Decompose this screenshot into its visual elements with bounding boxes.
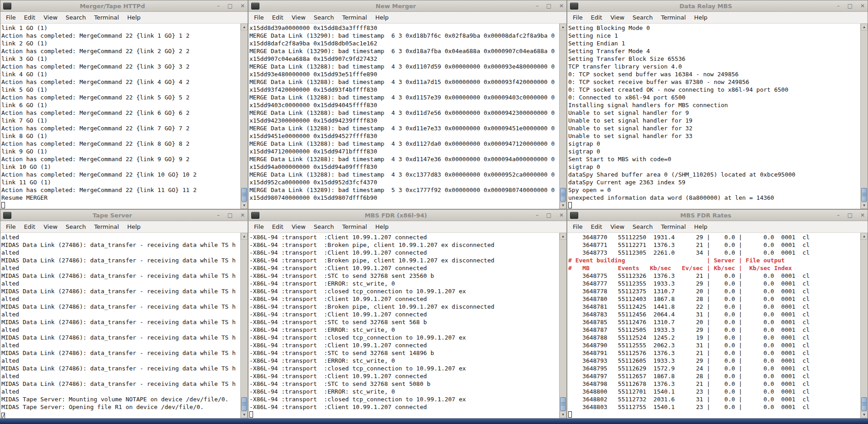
scroll-up-button[interactable]: ▴ (861, 24, 868, 30)
close-button[interactable]: ✕ (559, 3, 564, 9)
scrollbar-track[interactable] (241, 240, 248, 411)
titlebar[interactable]: MBS FDR (x86l-94) –□✕ (249, 210, 566, 221)
menu-edit[interactable]: Edit (20, 12, 39, 23)
menu-search[interactable]: Search (62, 221, 90, 232)
scrollbar-thumb[interactable] (560, 188, 566, 202)
minimize-button[interactable]: – (536, 212, 539, 218)
terminal-output[interactable]: Setting Blocking Mode 0Setting nice 1Set… (567, 24, 860, 209)
scrollbar[interactable]: ▴ ▾ (240, 233, 248, 418)
menu-edit[interactable]: Edit (268, 221, 288, 232)
scrollbar-track[interactable] (861, 240, 868, 411)
scroll-down-button[interactable]: ▾ (241, 411, 248, 418)
scroll-up-button[interactable]: ▴ (861, 233, 868, 240)
menu-terminal[interactable]: Terminal (657, 221, 690, 232)
scroll-down-button[interactable]: ▾ (241, 202, 248, 209)
menu-search[interactable]: Search (310, 221, 338, 232)
menu-file[interactable]: File (250, 12, 268, 23)
minimize-button[interactable]: – (837, 3, 840, 9)
menu-search[interactable]: Search (62, 12, 90, 23)
scroll-up-button[interactable]: ▴ (560, 24, 566, 30)
terminal-output[interactable]: link 1 GO (1)Action has completed: Merge… (0, 24, 240, 209)
scroll-down-button[interactable]: ▾ (560, 202, 566, 209)
minimize-button[interactable]: – (837, 212, 840, 218)
menu-view[interactable]: View (39, 221, 62, 232)
maximize-button[interactable]: □ (848, 212, 853, 218)
scroll-up-button[interactable]: ▴ (560, 233, 566, 240)
scrollbar[interactable]: ▴ ▾ (559, 24, 566, 209)
terminal-line: Action has completed: MergeCommand 22 {l… (1, 63, 240, 70)
maximize-button[interactable]: □ (546, 3, 551, 9)
menu-edit[interactable]: Edit (587, 221, 606, 232)
scrollbar-thumb[interactable] (861, 188, 867, 202)
scrollbar[interactable]: ▴ ▾ (240, 24, 248, 209)
menu-edit[interactable]: Edit (587, 12, 606, 23)
menu-file[interactable]: File (569, 221, 587, 232)
minimize-button[interactable]: – (217, 212, 220, 218)
close-button[interactable]: ✕ (860, 212, 865, 218)
menu-terminal[interactable]: Terminal (90, 221, 123, 232)
menu-help[interactable]: Help (123, 221, 145, 232)
scrollbar-track[interactable] (861, 30, 868, 202)
menu-file[interactable]: File (2, 12, 20, 23)
menu-terminal[interactable]: Terminal (90, 12, 123, 23)
minimize-button[interactable]: – (217, 3, 220, 9)
scrollbar-thumb[interactable] (241, 397, 247, 411)
scroll-up-button[interactable]: ▴ (241, 24, 248, 30)
menu-file[interactable]: File (250, 221, 268, 232)
maximize-button[interactable]: □ (228, 3, 233, 9)
close-button[interactable]: ✕ (559, 212, 564, 218)
scroll-down-button[interactable]: ▾ (560, 411, 566, 418)
scroll-down-button[interactable]: ▾ (861, 411, 868, 418)
titlebar[interactable]: MBS FDR Rates –□✕ (567, 210, 868, 221)
menu-terminal[interactable]: Terminal (338, 221, 371, 232)
titlebar[interactable]: Merger/Tape HTTPd –□✕ (0, 0, 248, 12)
close-button[interactable]: ✕ (240, 212, 245, 218)
menu-view[interactable]: View (39, 12, 62, 23)
menu-view[interactable]: View (606, 12, 629, 23)
menu-terminal[interactable]: Terminal (338, 12, 371, 23)
scrollbar-thumb[interactable] (560, 397, 566, 411)
titlebar[interactable]: New Merger –□✕ (249, 0, 566, 12)
taskbar[interactable] (0, 419, 868, 424)
scroll-down-button[interactable]: ▾ (861, 202, 868, 209)
close-button[interactable]: ✕ (860, 3, 865, 9)
scrollbar-track[interactable] (560, 30, 566, 202)
terminal-line: x15dd93e480000000 0x15dd93e51fffe890 (249, 70, 559, 78)
scrollbar-track[interactable] (560, 240, 566, 411)
titlebar[interactable]: Data Relay MBS –□✕ (567, 0, 868, 12)
menu-search[interactable]: Search (310, 12, 338, 23)
menu-file[interactable]: File (2, 221, 20, 232)
scrollbar-thumb[interactable] (241, 188, 247, 202)
maximize-button[interactable]: □ (546, 212, 551, 218)
menu-search[interactable]: Search (629, 221, 657, 232)
terminal-output[interactable]: -X86L-94 :transport :Client 10.99.1.207 … (249, 233, 559, 418)
menu-view[interactable]: View (288, 221, 310, 232)
maximize-button[interactable]: □ (848, 3, 853, 9)
scrollbar[interactable]: ▴ ▾ (860, 233, 868, 418)
terminal-output[interactable]: 3648770 55112250 1931.4 29 | 0.0 | 0.0 0… (567, 233, 860, 418)
menu-help[interactable]: Help (690, 221, 712, 232)
minimize-button[interactable]: – (536, 3, 539, 9)
menu-view[interactable]: View (288, 12, 310, 23)
terminal-output[interactable]: altedMIDAS Data Link (27486): data_trans… (0, 233, 240, 418)
terminal-output[interactable]: x15dd8d39a0000000 0x15dd8d3a3ffff830MERG… (249, 24, 559, 209)
scrollbar[interactable]: ▴ ▾ (559, 233, 566, 418)
menu-help[interactable]: Help (371, 12, 393, 23)
terminal-line: link 5 GO (1) (1, 86, 240, 94)
close-button[interactable]: ✕ (240, 3, 245, 9)
menu-help[interactable]: Help (690, 12, 712, 23)
menu-terminal[interactable]: Terminal (657, 12, 690, 23)
maximize-button[interactable]: □ (228, 212, 233, 218)
menu-search[interactable]: Search (629, 12, 657, 23)
menu-help[interactable]: Help (123, 12, 145, 23)
scroll-up-button[interactable]: ▴ (241, 233, 248, 240)
scrollbar-track[interactable] (241, 30, 248, 202)
menu-edit[interactable]: Edit (20, 221, 39, 232)
menu-file[interactable]: File (569, 12, 587, 23)
menu-help[interactable]: Help (371, 221, 393, 232)
scrollbar-thumb[interactable] (861, 397, 867, 411)
menu-edit[interactable]: Edit (268, 12, 288, 23)
titlebar[interactable]: Tape Server –□✕ (0, 210, 248, 221)
scrollbar[interactable]: ▴ ▾ (860, 24, 868, 209)
menu-view[interactable]: View (606, 221, 629, 232)
